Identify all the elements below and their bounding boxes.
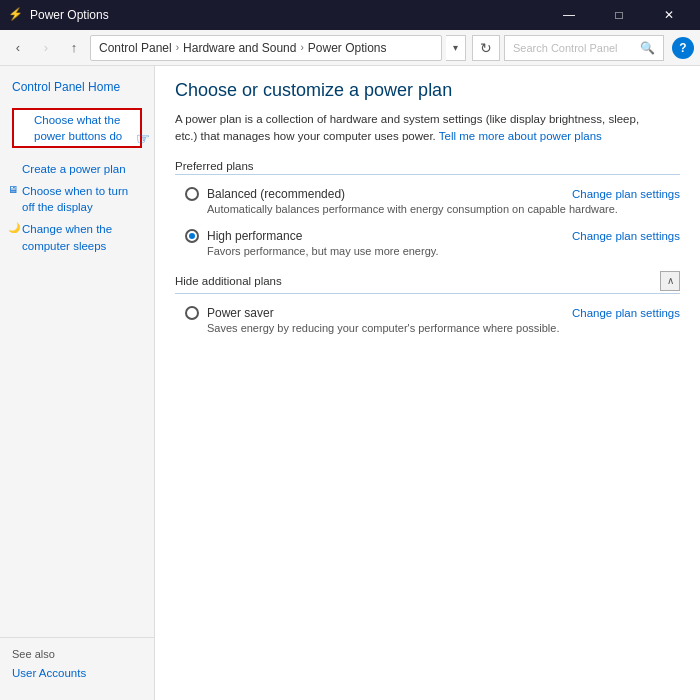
hide-additional-label: Hide additional plans <box>175 275 282 287</box>
sidebar-sleep-icon: 🌙 <box>8 221 20 235</box>
app-icon: ⚡ <box>8 7 24 23</box>
power-saver-plan-name: Power saver <box>207 306 274 320</box>
minimize-button[interactable]: — <box>546 0 592 30</box>
page-description: A power plan is a collection of hardware… <box>175 111 655 146</box>
breadcrumb-sep2: › <box>300 42 303 53</box>
hide-additional-section: Hide additional plans ∧ Power saver Chan… <box>175 271 680 334</box>
balanced-plan-label-row: Balanced (recommended) <box>185 187 345 201</box>
power-saver-change-settings[interactable]: Change plan settings <box>572 307 680 319</box>
high-perf-plan-row: High performance Change plan settings <box>185 229 680 243</box>
sidebar-link-label: Create a power plan <box>22 163 126 175</box>
address-dropdown-button[interactable]: ▾ <box>446 35 466 61</box>
high-performance-plan: High performance Change plan settings Fa… <box>175 229 680 257</box>
preferred-plans-section-header: Preferred plans <box>175 160 680 175</box>
main-content: Control Panel Home Choose what the power… <box>0 66 700 700</box>
sidebar-item-power-buttons[interactable]: Choose what the power buttons do ☞ <box>12 108 142 148</box>
high-perf-label-row: High performance <box>185 229 302 243</box>
back-button[interactable]: ‹ <box>6 36 30 60</box>
balanced-radio[interactable] <box>185 187 199 201</box>
maximize-button[interactable]: □ <box>596 0 642 30</box>
balanced-plan-desc: Automatically balances performance with … <box>185 203 680 215</box>
breadcrumb-sep1: › <box>176 42 179 53</box>
high-perf-radio[interactable] <box>185 229 199 243</box>
sidebar-link-label: Change when the computer sleeps <box>22 223 112 251</box>
balanced-plan: Balanced (recommended) Change plan setti… <box>175 187 680 215</box>
up-button[interactable]: ↑ <box>62 36 86 60</box>
search-icon: 🔍 <box>640 41 655 55</box>
refresh-button[interactable]: ↻ <box>472 35 500 61</box>
high-perf-change-settings[interactable]: Change plan settings <box>572 230 680 242</box>
learn-more-link[interactable]: Tell me more about power plans <box>439 130 602 142</box>
balanced-plan-name: Balanced (recommended) <box>207 187 345 201</box>
power-saver-label-row: Power saver <box>185 306 274 320</box>
help-button[interactable]: ? <box>672 37 694 59</box>
see-also-label: See also <box>12 648 142 660</box>
sidebar: Control Panel Home Choose what the power… <box>0 66 155 700</box>
preferred-plans-label: Preferred plans <box>175 160 254 172</box>
sidebar-bottom: See also User Accounts <box>0 637 154 690</box>
power-saver-plan: Power saver Change plan settings Saves e… <box>175 306 680 334</box>
sidebar-item-turn-off-display[interactable]: 🖥 Choose when to turn off the display <box>0 180 154 218</box>
address-bar: ‹ › ↑ Control Panel › Hardware and Sound… <box>0 30 700 66</box>
high-perf-plan-name: High performance <box>207 229 302 243</box>
balanced-plan-row: Balanced (recommended) Change plan setti… <box>185 187 680 201</box>
search-box[interactable]: Search Control Panel 🔍 <box>504 35 664 61</box>
power-saver-plan-row: Power saver Change plan settings <box>185 306 680 320</box>
power-saver-radio[interactable] <box>185 306 199 320</box>
see-also-user-accounts[interactable]: User Accounts <box>12 667 86 679</box>
hide-additional-header: Hide additional plans ∧ <box>175 271 680 294</box>
power-saver-plan-desc: Saves energy by reducing your computer's… <box>185 322 680 334</box>
window-title: Power Options <box>30 8 546 22</box>
sidebar-link-label: Choose what the power buttons do <box>34 114 122 142</box>
window-controls: — □ ✕ <box>546 0 692 30</box>
forward-button[interactable]: › <box>34 36 58 60</box>
breadcrumb-current: Power Options <box>308 41 387 55</box>
collapse-additional-button[interactable]: ∧ <box>660 271 680 291</box>
sidebar-display-icon: 🖥 <box>8 183 18 197</box>
address-path: Control Panel › Hardware and Sound › Pow… <box>90 35 442 61</box>
sidebar-link-label: Choose when to turn off the display <box>22 185 128 213</box>
sidebar-item-create-plan[interactable]: Create a power plan <box>0 158 154 180</box>
balanced-change-settings[interactable]: Change plan settings <box>572 188 680 200</box>
page-title: Choose or customize a power plan <box>175 80 680 101</box>
sidebar-home-link[interactable]: Control Panel Home <box>0 76 154 104</box>
sidebar-item-sleep[interactable]: 🌙 Change when the computer sleeps <box>0 218 154 256</box>
breadcrumb-hardware[interactable]: Hardware and Sound <box>183 41 296 55</box>
title-bar: ⚡ Power Options — □ ✕ <box>0 0 700 30</box>
breadcrumb-controlpanel[interactable]: Control Panel <box>99 41 172 55</box>
content-area: Choose or customize a power plan A power… <box>155 66 700 700</box>
high-perf-plan-desc: Favors performance, but may use more ene… <box>185 245 680 257</box>
close-button[interactable]: ✕ <box>646 0 692 30</box>
search-placeholder: Search Control Panel <box>513 42 618 54</box>
